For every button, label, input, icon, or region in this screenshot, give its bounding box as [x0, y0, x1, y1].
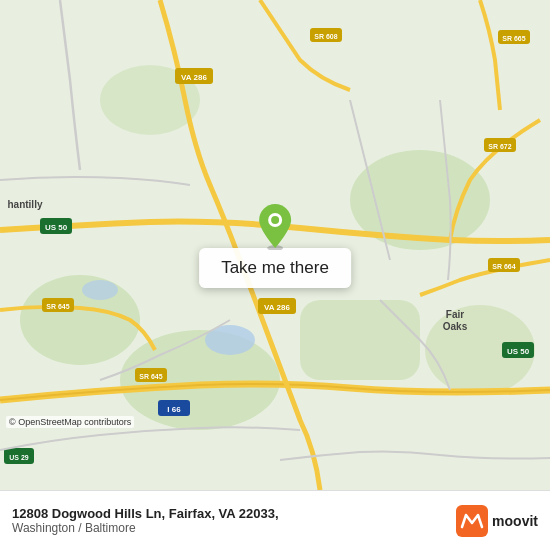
- svg-text:SR 645: SR 645: [139, 373, 162, 380]
- svg-point-38: [271, 216, 279, 224]
- map-container: I 66 US 50 US 50 VA 286 VA 286 SR 608 SR…: [0, 0, 550, 490]
- svg-text:Fair: Fair: [446, 309, 464, 320]
- svg-text:SR 645: SR 645: [46, 303, 69, 310]
- svg-point-1: [20, 275, 140, 365]
- take-me-there-button[interactable]: Take me there: [199, 248, 351, 288]
- svg-text:SR 608: SR 608: [314, 33, 337, 40]
- address-line: 12808 Dogwood Hills Ln, Fairfax, VA 2203…: [12, 506, 446, 521]
- moovit-icon: [456, 505, 488, 537]
- svg-text:SR 664: SR 664: [492, 263, 515, 270]
- svg-text:SR 665: SR 665: [502, 35, 525, 42]
- city-line: Washington / Baltimore: [12, 521, 446, 535]
- moovit-text: moovit: [492, 513, 538, 529]
- address-info: 12808 Dogwood Hills Ln, Fairfax, VA 2203…: [12, 506, 446, 535]
- osm-attribution: © OpenStreetMap contributors: [6, 416, 134, 428]
- svg-point-8: [82, 280, 118, 300]
- svg-text:VA 286: VA 286: [264, 303, 290, 312]
- location-pin-icon: [255, 202, 295, 250]
- svg-rect-5: [300, 300, 420, 380]
- svg-text:SR 672: SR 672: [488, 143, 511, 150]
- svg-text:US 50: US 50: [507, 347, 530, 356]
- info-bar: 12808 Dogwood Hills Ln, Fairfax, VA 2203…: [0, 490, 550, 550]
- svg-text:VA 286: VA 286: [181, 73, 207, 82]
- svg-text:Oaks: Oaks: [443, 321, 468, 332]
- svg-text:US 29: US 29: [9, 454, 29, 461]
- svg-text:US 50: US 50: [45, 223, 68, 232]
- location-button-container: Take me there: [199, 202, 351, 288]
- svg-text:I 66: I 66: [167, 405, 181, 414]
- moovit-logo: moovit: [456, 505, 538, 537]
- svg-text:hantilly: hantilly: [7, 199, 42, 210]
